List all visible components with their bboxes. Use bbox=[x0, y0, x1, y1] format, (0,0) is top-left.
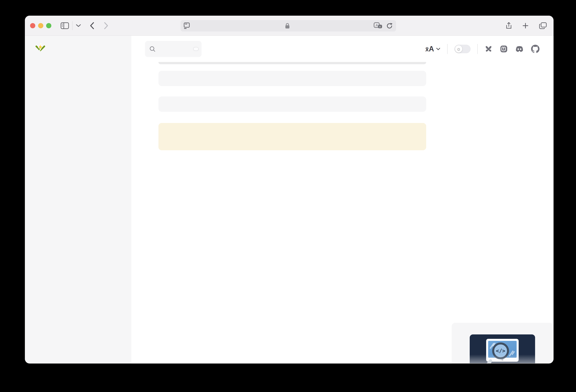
code-search-monitor-illustration: </> bbox=[470, 334, 535, 363]
share-icon[interactable] bbox=[506, 22, 512, 30]
navbar: x̄A ☼ bbox=[131, 36, 553, 62]
traffic-lights bbox=[25, 23, 51, 28]
lock-icon bbox=[285, 23, 290, 29]
vitest-logo-icon bbox=[35, 42, 46, 53]
sun-icon: ☼ bbox=[455, 45, 462, 53]
zoom-window-button[interactable] bbox=[46, 23, 51, 28]
navbar-divider bbox=[447, 44, 448, 54]
titlebar: Ax bbox=[25, 16, 553, 36]
svg-text:x: x bbox=[379, 25, 381, 28]
chevron-down-icon bbox=[436, 48, 440, 50]
search-icon bbox=[149, 46, 155, 52]
theme-toggle[interactable]: ☼ bbox=[455, 45, 470, 53]
search-button[interactable] bbox=[145, 41, 202, 57]
sponsor-card[interactable]: </> bbox=[452, 323, 553, 363]
translate-language-icon: x̄A bbox=[425, 45, 434, 53]
doc-content: </> bbox=[131, 62, 553, 363]
browser-window: Ax bbox=[25, 16, 553, 363]
warning-callout bbox=[158, 123, 426, 150]
sidebar bbox=[25, 36, 131, 363]
language-button[interactable]: x̄A bbox=[425, 45, 440, 53]
reload-icon[interactable] bbox=[386, 23, 393, 29]
minimize-window-button[interactable] bbox=[38, 23, 43, 28]
translate-icon[interactable]: Ax bbox=[374, 22, 382, 30]
sidebar-toggle-icon[interactable] bbox=[60, 22, 69, 29]
code-block-signature bbox=[158, 71, 426, 86]
new-tab-icon[interactable] bbox=[522, 23, 529, 29]
mastodon-icon[interactable] bbox=[500, 45, 508, 53]
tabs-overview-icon[interactable] bbox=[539, 22, 547, 29]
code-block-example bbox=[158, 96, 426, 112]
social-links bbox=[485, 45, 540, 53]
navbar-divider bbox=[477, 44, 478, 54]
back-button[interactable] bbox=[90, 22, 94, 29]
titlebar-divider bbox=[72, 21, 73, 30]
logo[interactable] bbox=[25, 36, 131, 59]
bluesky-icon[interactable] bbox=[485, 45, 492, 53]
chevron-down-icon[interactable] bbox=[76, 24, 81, 27]
search-kbd bbox=[193, 47, 199, 51]
on-this-page bbox=[451, 62, 553, 85]
url-bar[interactable]: Ax bbox=[180, 20, 396, 31]
close-window-button[interactable] bbox=[30, 23, 35, 28]
discord-icon[interactable] bbox=[515, 45, 524, 53]
svg-text:A: A bbox=[376, 24, 378, 27]
forward-button[interactable] bbox=[104, 22, 108, 29]
github-icon[interactable] bbox=[531, 45, 540, 53]
